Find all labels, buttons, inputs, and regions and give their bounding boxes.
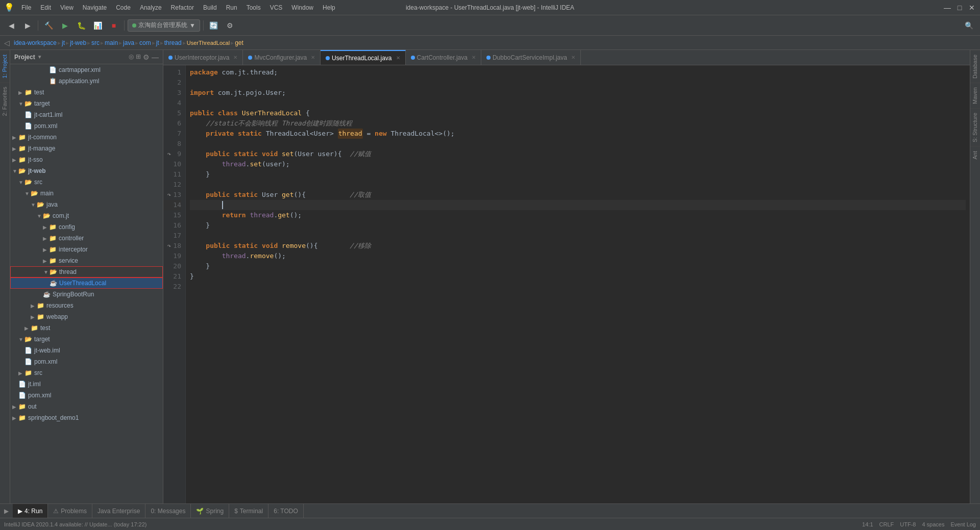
tree-item-jt-sso[interactable]: ▶ 📁 jt-sso (10, 154, 163, 165)
tree-item-config[interactable]: ▶ 📁 config (10, 221, 163, 233)
tab-close-icon[interactable]: ✕ (571, 55, 575, 60)
tree-item-userthreadlocal[interactable]: ☕ UserThreadLocal (10, 277, 163, 289)
tree-item-application[interactable]: 📋 application.yml (10, 75, 163, 87)
bottomtab-spring[interactable]: 🌱 Spring (191, 504, 229, 518)
tab-close-icon[interactable]: ✕ (311, 55, 315, 60)
menu-vcs[interactable]: VCS (266, 3, 287, 12)
tree-item-test2[interactable]: ▶ 📁 test (10, 322, 163, 334)
tree-item-test[interactable]: ▶ 📁 test (10, 87, 163, 98)
tree-item-jt-web[interactable]: ▼ 📂 jt-web (10, 165, 163, 176)
nav-thread[interactable]: thread (164, 39, 182, 46)
nav-src[interactable]: src (91, 39, 100, 46)
menu-refactor[interactable]: Refactor (167, 3, 198, 12)
tab-userthreadlocal[interactable]: UserThreadLocal.java ✕ (321, 50, 405, 65)
tab-cartcontroller[interactable]: CartController.java ✕ (406, 50, 481, 65)
tree-item-jt-common[interactable]: ▶ 📁 jt-common (10, 132, 163, 143)
tree-item-springboot-demo1[interactable]: ▶ 📁 springboot_demo1 (10, 412, 163, 423)
toolbar-run-btn[interactable]: ▶ (58, 18, 72, 33)
tree-item-target1[interactable]: ▼ 📂 target (10, 98, 163, 109)
tree-item-jt-manage[interactable]: ▶ 📁 jt-manage (10, 143, 163, 154)
tree-item-interceptor[interactable]: ▶ 📁 interceptor (10, 244, 163, 255)
tree-item-jt-web-iml[interactable]: 📄 jt-web.iml (10, 345, 163, 356)
vtab-structure[interactable]: S: Structure (970, 108, 980, 146)
nav-jt2[interactable]: jt (156, 39, 159, 46)
menu-tools[interactable]: Tools (242, 3, 265, 12)
bottomtab-terminal[interactable]: $ Terminal (229, 504, 268, 518)
toolbar-stop-btn[interactable]: ■ (107, 18, 121, 33)
bottomtab-run[interactable]: ▶ 4: Run (13, 504, 48, 518)
code-content[interactable]: package com.jt.thread; import com.jt.poj… (186, 65, 970, 530)
nav-main[interactable]: main (105, 39, 118, 46)
project-panel-dropdown[interactable]: ▼ (37, 54, 42, 60)
toolbar-forward-btn[interactable]: ▶ (20, 18, 35, 33)
tab-dubbocartserviceimpl[interactable]: DubboCartServiceImpl.java ✕ (481, 50, 581, 65)
tree-item-src[interactable]: ▼ 📂 src (10, 176, 163, 188)
tree-item-out[interactable]: ▶ 📁 out (10, 401, 163, 412)
tree-item-thread[interactable]: ▼ 📂 thread (10, 266, 163, 277)
status-charset[interactable]: UTF-8 (900, 521, 916, 527)
toolbar-settings-btn[interactable]: ⚙ (223, 18, 237, 33)
run-expand-icon[interactable]: ▶ (4, 508, 9, 515)
panel-settings-icon[interactable]: ⚙ (143, 53, 150, 61)
tab-close-icon[interactable]: ✕ (472, 55, 476, 60)
toolbar-refresh-btn[interactable]: 🔄 (207, 18, 221, 33)
panel-locate-icon[interactable]: ◎ (129, 53, 134, 61)
bottomtab-messages[interactable]: 0: Messages (145, 504, 191, 518)
status-crlf[interactable]: CRLF (879, 521, 894, 527)
vtab-ant[interactable]: Ant (970, 146, 980, 164)
menu-file[interactable]: File (17, 3, 35, 12)
tab-close-icon[interactable]: ✕ (396, 55, 400, 61)
tab-close-icon[interactable]: ✕ (233, 55, 237, 60)
panel-close-icon[interactable]: — (152, 53, 159, 61)
menu-run[interactable]: Run (222, 3, 241, 12)
tree-item-main[interactable]: ▼ 📂 main (10, 188, 163, 199)
tree-item-webapp[interactable]: ▶ 📁 webapp (10, 311, 163, 322)
run-config-dropdown[interactable]: 京淘前台管理系统 ▼ (128, 19, 200, 32)
nav-java[interactable]: java (123, 39, 134, 46)
tab-userinterceptor[interactable]: UserInterceptor.java ✕ (163, 50, 243, 65)
tree-item-com-jt[interactable]: ▼ 📂 com.jt (10, 210, 163, 221)
menu-navigate[interactable]: Navigate (79, 3, 111, 12)
toolbar-debug-btn[interactable]: 🐛 (74, 18, 88, 33)
tree-item-src2[interactable]: ▶ 📁 src (10, 367, 163, 378)
nav-jt-web[interactable]: jt-web (70, 39, 86, 46)
tree-item-resources[interactable]: ▶ 📁 resources (10, 300, 163, 311)
tab-mvcconfigurer[interactable]: MvcConfigurer.java ✕ (243, 50, 321, 65)
nav-jt[interactable]: jt (62, 39, 65, 46)
toolbar-back-btn[interactable]: ◀ (4, 18, 18, 33)
nav-com[interactable]: com (139, 39, 151, 46)
vtab-favorites[interactable]: 2: Favorites (0, 82, 10, 120)
menu-view[interactable]: View (56, 3, 78, 12)
vtab-database[interactable]: Database (970, 50, 980, 83)
menu-analyze[interactable]: Analyze (136, 3, 166, 12)
vtab-maven[interactable]: Maven (970, 83, 980, 108)
menu-build[interactable]: Build (199, 3, 221, 12)
bottomtab-enterprise[interactable]: Java Enterprise (92, 504, 145, 518)
status-position[interactable]: 14:1 (862, 521, 873, 527)
menu-window[interactable]: Window (287, 3, 317, 12)
tree-item-springbootrun[interactable]: ☕ SpringBootRun (10, 289, 163, 300)
nav-class[interactable]: UserThreadLocal (187, 40, 230, 46)
nav-method[interactable]: get (235, 39, 243, 46)
status-message[interactable]: IntelliJ IDEA 2020.1.4 available: // Upd… (4, 521, 858, 527)
nav-workspace[interactable]: idea-workspace (14, 39, 57, 46)
menu-help[interactable]: Help (318, 3, 339, 12)
panel-expand-icon[interactable]: ⊞ (136, 53, 141, 61)
toolbar-profile-btn[interactable]: 📊 (90, 18, 105, 33)
menu-edit[interactable]: Edit (36, 3, 55, 12)
tree-item-jt-iml[interactable]: 📄 jt.iml (10, 378, 163, 390)
tree-item-controller[interactable]: ▶ 📁 controller (10, 233, 163, 244)
close-button[interactable]: ✕ (968, 4, 976, 12)
bottomtab-problems[interactable]: ⚠ Problems (48, 504, 92, 518)
status-indent[interactable]: 4 spaces (922, 521, 944, 527)
tree-item-target2[interactable]: ▼ 📂 target (10, 334, 163, 345)
bottomtab-todo[interactable]: 6: TODO (268, 504, 304, 518)
nav-back-icon[interactable]: ◁ (4, 39, 10, 47)
vtab-project[interactable]: 1: Project (0, 50, 10, 82)
tree-item-pom3[interactable]: 📄 pom.xml (10, 390, 163, 401)
minimize-button[interactable]: — (943, 4, 951, 12)
toolbar-build-btn[interactable]: 🔨 (41, 18, 56, 33)
tree-item-pom1[interactable]: 📄 pom.xml (10, 120, 163, 132)
toolbar-search-btn[interactable]: 🔍 (962, 18, 976, 33)
status-event-log[interactable]: Event Log (950, 521, 976, 527)
